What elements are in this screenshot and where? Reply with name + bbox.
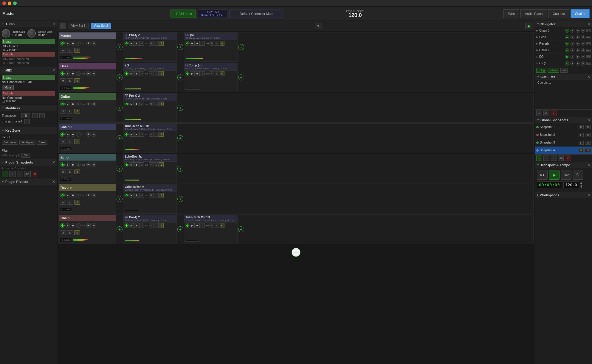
snapshot-3-f-btn[interactable]: F: [579, 141, 584, 145]
add-slot-bass-pre[interactable]: +: [116, 63, 123, 92]
close-button[interactable]: [2, 1, 6, 5]
gs-delete-btn[interactable]: ✕: [565, 155, 571, 161]
transport-close[interactable]: ✕: [587, 163, 590, 167]
view-set-1-button[interactable]: View Set 1: [68, 23, 89, 29]
snapshot-2-gear-btn[interactable]: ⚙: [585, 133, 591, 137]
chains-tab[interactable]: Chains: [571, 9, 590, 18]
device-button[interactable]: LP234 main: [171, 10, 196, 18]
plugin-c6-rec[interactable]: ⏺: [195, 41, 200, 46]
plugin-gear[interactable]: ⚙: [159, 41, 164, 46]
plugin-eq-power[interactable]: ⏻: [124, 71, 129, 76]
snapshot-1-f-btn[interactable]: F: [579, 125, 584, 129]
snapshot-3-item[interactable]: Snapshot 3 F ⚙: [535, 139, 592, 147]
add-slot-bass-mid[interactable]: +: [177, 63, 184, 92]
nav-chain6[interactable]: ▶ Chain 6 ⏻ ▶ ⏺ ↺ iso: [535, 47, 592, 54]
plugin-eq-play[interactable]: ▶: [129, 71, 134, 76]
clear-button[interactable]: Clear: [37, 140, 47, 145]
nav-c6s[interactable]: ▷ C6 (s) ⏻ ▶ ⏺ ↺ iso: [535, 60, 592, 67]
nav-echo[interactable]: ▶ Echo ⏻ ▶ ⏺ ↺ iso: [535, 34, 592, 41]
master-play-btn[interactable]: ▶: [65, 41, 70, 46]
snap-alb-button[interactable]: alb: [24, 171, 31, 177]
bass-settings-btn[interactable]: ⚙: [74, 78, 80, 83]
cue-lists-close[interactable]: ✕: [587, 75, 590, 79]
maximize-button[interactable]: [13, 1, 17, 5]
transport-header[interactable]: ▼ Transport & Tempo ✕: [535, 162, 592, 168]
plugin-presets-close[interactable]: ✕: [52, 180, 55, 184]
cue-lists-header[interactable]: ▼ Cue Lists ✕: [535, 74, 592, 80]
workspaces-header[interactable]: ▶ Workspaces ✕: [535, 192, 592, 198]
audio-header[interactable]: ▼ Audio ✕: [0, 21, 57, 27]
snapshot-3-gear-btn[interactable]: ⚙: [585, 141, 591, 145]
add-chain-button[interactable]: +: [292, 248, 300, 257]
bass-loop-btn[interactable]: ↺: [76, 71, 81, 76]
snapshot-2-f-btn[interactable]: F: [579, 133, 584, 137]
plugin-c6-play[interactable]: ▶: [190, 41, 195, 46]
edit-filter-button[interactable]: Edit: [21, 153, 30, 158]
add-slot-guitar-pre[interactable]: +: [116, 93, 123, 122]
modifiers-header[interactable]: ▼ Modifiers: [0, 105, 57, 111]
snap-delete-button[interactable]: ✕: [32, 171, 38, 177]
plugin-play[interactable]: ▶: [129, 41, 134, 46]
master-st-btn[interactable]: St: [60, 48, 66, 53]
set-upper-button[interactable]: Set Upper: [19, 140, 36, 145]
cue-delete-btn[interactable]: ✕: [551, 111, 557, 116]
tap-tempo-button[interactable]: TAP: [561, 170, 571, 180]
plugin-snapshots-close[interactable]: ✕: [52, 160, 55, 164]
input-gain-knob[interactable]: [2, 29, 10, 38]
nav-reverb[interactable]: ▶ Reverb ⏻ ▶ ⏺ ↺ iso: [535, 41, 592, 47]
add-slot-master-pre[interactable]: +: [116, 32, 123, 62]
nav-add-chain[interactable]: +chain: [548, 68, 559, 73]
rewind-button[interactable]: ⏮: [537, 170, 548, 180]
nav-chain3-power[interactable]: ⏻: [565, 29, 569, 33]
add-slot-bass-post[interactable]: +: [238, 63, 245, 92]
snapshot-2-item[interactable]: Snapshot 2 F ⚙: [535, 131, 592, 139]
plugin-c6-l[interactable]: L: [215, 41, 219, 46]
master-l-btn[interactable]: L: [67, 48, 73, 53]
audio-patch-tab[interactable]: Audio Patch: [520, 9, 547, 18]
nav-add-plug[interactable]: +plug: [536, 68, 546, 73]
midi-close[interactable]: ✕: [52, 68, 55, 72]
bass-rec-btn[interactable]: ⏺: [71, 71, 75, 76]
audio-close[interactable]: ✕: [52, 22, 55, 26]
bass-gear-btn[interactable]: ⚙: [92, 71, 96, 76]
plugin-c6-eye[interactable]: 👁: [210, 41, 214, 46]
keyzone-header[interactable]: ▼ Key Zone: [0, 127, 57, 134]
midi-header[interactable]: ▼ MIDI ✕: [0, 67, 57, 74]
plugin-snapshots-header[interactable]: ▼ Plugin Snapshots ✕: [0, 159, 57, 166]
gs-down-btn[interactable]: ↓: [551, 155, 557, 161]
plugin-record[interactable]: ⏺: [134, 41, 139, 46]
cue-add-btn[interactable]: +: [536, 111, 542, 116]
clock-button[interactable]: ⏱: [573, 170, 583, 180]
midi-thru-checkbox[interactable]: [2, 100, 5, 103]
cue-list-1[interactable]: Cue List 1: [535, 80, 592, 85]
nav-eq[interactable]: ▷ EQ ⏻ ▶ ⏺ ↺ iso: [535, 54, 592, 60]
channel-down[interactable]: -: [24, 119, 30, 124]
plugin-c6-power[interactable]: ⏻: [185, 41, 190, 46]
global-snapshots-close[interactable]: ✕: [587, 118, 590, 122]
add-view-set-button[interactable]: +: [60, 23, 66, 29]
master-loop-btn[interactable]: ↺: [76, 41, 81, 46]
tempo-display[interactable]: 120.0: [563, 181, 579, 188]
master-rec-btn[interactable]: ⏺: [71, 41, 75, 46]
plugin-c6-loop[interactable]: ↺: [200, 41, 205, 46]
guitar-power-btn[interactable]: ⏻: [60, 102, 65, 106]
nav-chain3[interactable]: ▶ Chain 3 ⏻ ▶ ⏺ ↺ iso: [535, 27, 592, 34]
snap-add-button[interactable]: +: [2, 171, 8, 177]
add-slot-guitar-post[interactable]: +: [177, 93, 184, 122]
snapshot-4-f-btn[interactable]: F: [579, 148, 584, 153]
bass-power-btn[interactable]: ⏻: [60, 71, 65, 76]
output-gain-knob[interactable]: [27, 29, 36, 38]
snapshot-1-item[interactable]: Snapshot 1 F ⚙: [535, 123, 592, 131]
gs-alb-btn[interactable]: alb: [558, 155, 564, 161]
plugin-power[interactable]: ⏻: [124, 41, 129, 46]
snapshot-4-item[interactable]: Snapshot 4 F ⚙: [535, 147, 592, 154]
view-toggle-button[interactable]: ◉: [525, 23, 532, 29]
gs-up-btn[interactable]: ↑: [543, 155, 549, 161]
nav-alb[interactable]: alb: [560, 68, 568, 73]
navigator-header[interactable]: ▼ Navigator ✕: [535, 21, 592, 27]
cue-alb-btn[interactable]: alb: [543, 111, 549, 116]
snapshot-4-gear-btn[interactable]: ⚙: [585, 148, 591, 153]
navigator-close[interactable]: ✕: [587, 22, 590, 26]
transpose-plus[interactable]: +: [39, 113, 45, 118]
plugin-presets-header[interactable]: ▼ Plugin Presets ✕: [0, 178, 57, 185]
